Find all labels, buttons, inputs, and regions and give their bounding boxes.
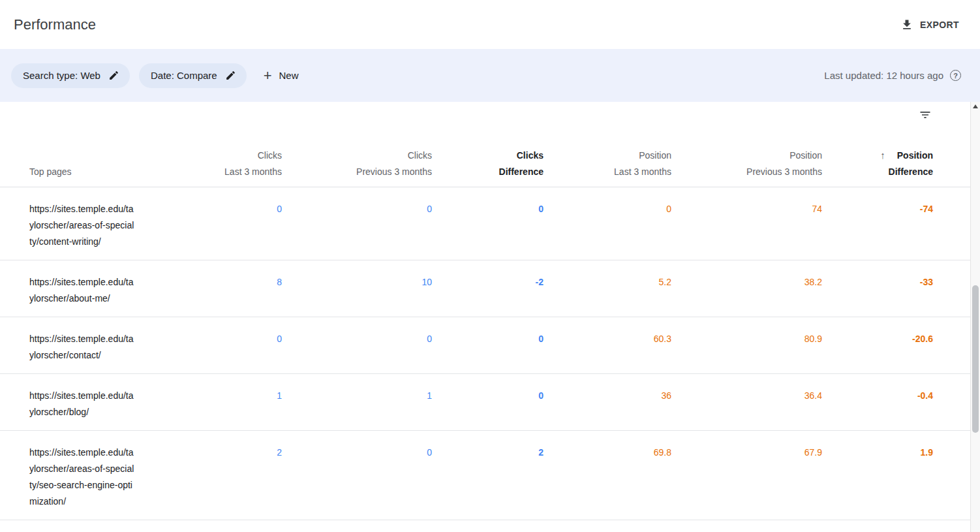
scroll-up-button[interactable] [971, 102, 980, 111]
new-filter-label: New [279, 70, 299, 81]
clicks-previous-3-months-value: 0 [282, 331, 432, 364]
search-type-chip-label: Search type: Web [23, 70, 100, 81]
clicks-last-3-months-value: 8 [183, 274, 282, 307]
position-previous-3-months-value: 74 [671, 201, 822, 250]
sort-ascending-icon: ↑ [880, 147, 885, 163]
position-last-3-months-value: 36 [544, 388, 671, 420]
clicks-previous-3-months-value: 1 [282, 388, 432, 420]
table-row[interactable]: https://sites.temple.edu/taylorscher/blo… [0, 374, 980, 431]
search-type-chip[interactable]: Search type: Web [11, 63, 130, 88]
export-label: EXPORT [920, 20, 959, 30]
export-button[interactable]: EXPORT [900, 18, 959, 31]
date-chip-label: Date: Compare [151, 70, 217, 81]
column-header-position-previous-3-months[interactable]: Position Previous 3 months [671, 148, 822, 180]
table-row[interactable]: https://sites.temple.edu/taylorscher/are… [0, 431, 980, 520]
clicks-difference-value: 0 [432, 388, 544, 420]
clicks-last-3-months-value: 2 [183, 445, 282, 510]
position-difference-value: -33 [822, 274, 933, 307]
download-icon [900, 18, 913, 31]
plus-icon: + [264, 69, 272, 82]
page-cell: https://sites.temple.edu/taylorscher/con… [29, 331, 183, 364]
position-previous-3-months-value: 80.9 [671, 331, 822, 364]
clicks-last-3-months-value: 0 [183, 201, 282, 250]
page-title: Performance [14, 16, 96, 33]
clicks-difference-value: 0 [432, 331, 544, 364]
position-previous-3-months-value: 38.2 [671, 274, 822, 307]
page-url-link[interactable]: https://sites.temple.edu/taylorscher/are… [29, 445, 135, 510]
position-last-3-months-value: 60.3 [544, 331, 671, 364]
page-cell: https://sites.temple.edu/taylorscher/blo… [29, 388, 183, 420]
vertical-scrollbar[interactable] [970, 102, 980, 532]
help-icon[interactable]: ? [950, 70, 961, 81]
column-header-top-pages: Top pages [29, 164, 183, 180]
clicks-last-3-months-value: 0 [183, 331, 282, 364]
column-header-position-difference[interactable]: ↑Position Difference [822, 147, 933, 180]
top-bar: Performance EXPORT [0, 0, 980, 49]
table-filter-button[interactable] [917, 107, 933, 123]
clicks-difference-value: 0 [432, 201, 544, 250]
column-header-clicks-previous-3-months[interactable]: Clicks Previous 3 months [282, 148, 432, 180]
clicks-difference-value: 2 [432, 445, 544, 510]
scrollbar-thumb[interactable] [972, 285, 979, 433]
column-header-position-last-3-months[interactable]: Position Last 3 months [544, 148, 671, 180]
position-difference-value: -20.6 [822, 331, 933, 364]
position-last-3-months-value: 69.8 [544, 445, 671, 510]
page-url-link[interactable]: https://sites.temple.edu/taylorscher/con… [29, 331, 135, 364]
last-updated: Last updated: 12 hours ago ? [824, 70, 961, 81]
table-row[interactable]: https://sites.temple.edu/taylorscher/con… [0, 317, 980, 374]
column-header-clicks-last-3-months[interactable]: Clicks Last 3 months [183, 148, 282, 180]
table-row[interactable]: https://sites.temple.edu/taylorscher/abo… [0, 260, 980, 317]
page-cell: https://sites.temple.edu/taylorscher/abo… [29, 274, 183, 307]
position-difference-value: 1.9 [822, 445, 933, 510]
filter-list-icon [919, 108, 932, 121]
position-previous-3-months-value: 36.4 [671, 388, 822, 420]
pencil-icon [108, 70, 119, 81]
table-header-row: Top pages Clicks Last 3 months Clicks Pr… [0, 147, 980, 187]
table-panel: Top pages Clicks Last 3 months Clicks Pr… [0, 102, 980, 520]
clicks-previous-3-months-value: 0 [282, 201, 432, 250]
page-url-link[interactable]: https://sites.temple.edu/taylorscher/abo… [29, 274, 135, 307]
filter-bar: Search type: Web Date: Compare + New Las… [0, 49, 980, 102]
column-header-clicks-difference[interactable]: Clicks Difference [432, 148, 544, 180]
pencil-icon [225, 70, 236, 81]
page-cell: https://sites.temple.edu/taylorscher/are… [29, 445, 183, 510]
page-url-link[interactable]: https://sites.temple.edu/taylorscher/blo… [29, 388, 135, 420]
triangle-up-icon [973, 104, 978, 108]
last-updated-text: Last updated: 12 hours ago [824, 70, 943, 81]
clicks-previous-3-months-value: 10 [282, 274, 432, 307]
page-cell: https://sites.temple.edu/taylorscher/are… [29, 201, 183, 250]
clicks-previous-3-months-value: 0 [282, 445, 432, 510]
clicks-last-3-months-value: 1 [183, 388, 282, 420]
position-last-3-months-value: 5.2 [544, 274, 671, 307]
table-row[interactable]: https://sites.temple.edu/taylorscher/are… [0, 187, 980, 260]
performance-page: Performance EXPORT Search type: Web Date… [0, 0, 980, 532]
new-filter-button[interactable]: + New [264, 69, 299, 82]
position-previous-3-months-value: 67.9 [671, 445, 822, 510]
date-chip[interactable]: Date: Compare [139, 63, 247, 88]
position-difference-value: -74 [822, 201, 933, 250]
position-last-3-months-value: 0 [544, 201, 671, 250]
page-url-link[interactable]: https://sites.temple.edu/taylorscher/are… [29, 201, 135, 250]
position-difference-value: -0.4 [822, 388, 933, 420]
clicks-difference-value: -2 [432, 274, 544, 307]
